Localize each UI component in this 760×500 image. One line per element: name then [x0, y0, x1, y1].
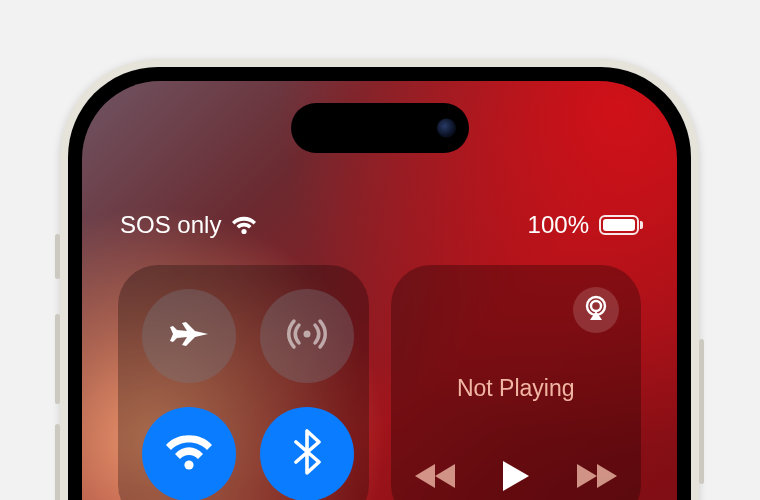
side-button-silence [55, 234, 60, 279]
screen: SOS only 100% [82, 81, 677, 500]
battery-icon [599, 215, 639, 235]
status-bar: SOS only 100% [120, 211, 639, 239]
battery-percent-label: 100% [528, 211, 589, 239]
wifi-icon [231, 215, 257, 235]
wifi-icon [164, 432, 214, 476]
svg-point-2 [184, 460, 193, 469]
antenna-icon [284, 311, 330, 361]
side-button-power [699, 339, 704, 484]
previous-track-button[interactable] [415, 462, 457, 494]
phone-bezel: SOS only 100% [68, 67, 691, 500]
cellular-data-toggle[interactable] [260, 289, 354, 383]
wifi-toggle[interactable] [142, 407, 236, 500]
network-status-label: SOS only [120, 211, 221, 239]
next-track-button[interactable] [575, 462, 617, 494]
forward-icon [575, 476, 617, 493]
rewind-icon [415, 476, 457, 493]
bluetooth-toggle[interactable] [260, 407, 354, 500]
media-status-label: Not Playing [391, 375, 642, 402]
side-button-volume-up [55, 314, 60, 404]
side-button-volume-down [55, 424, 60, 500]
media-panel: Not Playing [391, 265, 642, 500]
airplay-icon [582, 294, 610, 326]
svg-point-0 [242, 229, 247, 234]
dynamic-island [291, 103, 469, 153]
airplay-button[interactable] [573, 287, 619, 333]
airplane-icon [167, 312, 211, 360]
svg-point-4 [591, 301, 601, 311]
bluetooth-icon [293, 429, 321, 479]
airplane-mode-toggle[interactable] [142, 289, 236, 383]
play-icon [501, 479, 531, 496]
svg-point-1 [304, 331, 311, 338]
play-button[interactable] [501, 459, 531, 497]
connectivity-panel [118, 265, 369, 500]
iphone-frame: SOS only 100% [60, 59, 699, 500]
